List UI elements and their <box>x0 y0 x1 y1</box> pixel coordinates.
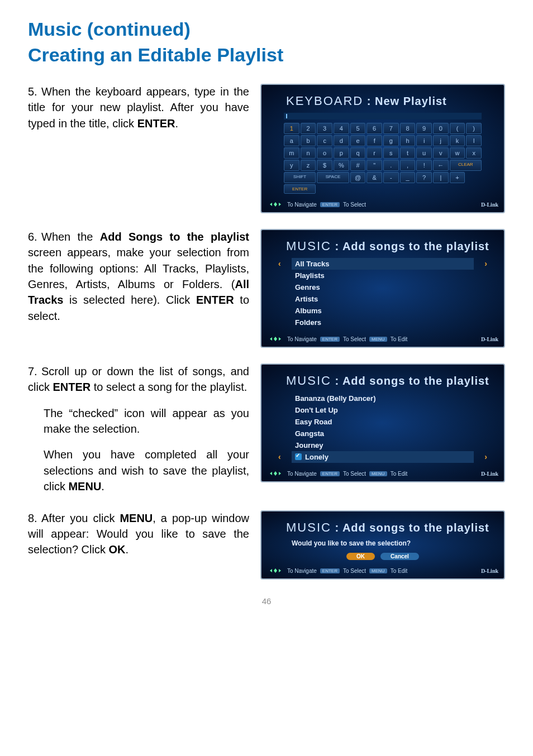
keyboard-key[interactable]: % <box>334 160 349 171</box>
keyboard-key[interactable]: - <box>383 172 399 183</box>
svg-marker-13 <box>279 569 281 572</box>
keyboard-key[interactable]: a <box>284 135 299 146</box>
keyboard-key[interactable]: | <box>433 172 449 183</box>
keyboard-key[interactable]: . <box>383 160 399 171</box>
keyboard-key[interactable]: $ <box>317 160 332 171</box>
keyboard-key[interactable]: 7 <box>383 123 399 134</box>
keyboard-key[interactable]: p <box>334 147 349 159</box>
keyboard-key[interactable]: ! <box>416 160 432 171</box>
keyboard-key[interactable]: & <box>367 172 382 183</box>
keyboard-key[interactable]: q <box>350 147 366 159</box>
keyboard-key[interactable]: 0 <box>433 123 449 134</box>
keyboard-key[interactable]: l <box>466 135 482 146</box>
keyboard-key[interactable]: ) <box>466 123 482 134</box>
keyboard-key[interactable]: m <box>284 147 299 159</box>
keyboard-key[interactable]: e <box>350 135 366 146</box>
list-item[interactable]: Genres <box>292 281 474 293</box>
list-item[interactable]: Journey <box>292 439 474 451</box>
heading-line-2: Creating an Editable Playlist <box>28 42 505 68</box>
keyboard-key[interactable]: g <box>383 135 399 146</box>
keyboard-input-field[interactable] <box>284 113 482 119</box>
keyboard-key[interactable]: + <box>450 172 465 183</box>
keyboard-key[interactable]: x <box>466 147 482 159</box>
keyboard-key[interactable]: j <box>433 135 449 146</box>
keyboard-key[interactable]: z <box>301 160 316 171</box>
keyboard-key[interactable]: , <box>400 160 416 171</box>
keyboard-key[interactable]: n <box>301 147 316 159</box>
keyboard-key[interactable]: # <box>350 160 366 171</box>
cancel-button[interactable]: Cancel <box>380 553 419 560</box>
list-item[interactable]: Gangsta <box>292 428 474 439</box>
keyboard-hintbar: To Navigate ENTER To Select D-Link <box>267 199 498 208</box>
keyboard-key[interactable]: d <box>334 135 349 146</box>
keyboard-key[interactable]: ← <box>433 160 449 171</box>
screenshot-add-songs-tracks: MUSIC : Add songs to the playlist Bananz… <box>260 363 505 482</box>
nav-arrows-icon <box>267 471 284 476</box>
svg-marker-15 <box>274 571 277 573</box>
keyboard-key[interactable]: k <box>450 135 465 146</box>
svg-marker-7 <box>274 339 277 341</box>
list-item[interactable]: All Tracks <box>292 258 474 270</box>
brand-label: D-Link <box>481 471 498 477</box>
keyboard-key[interactable]: @ <box>350 172 366 183</box>
keyboard-key[interactable]: h <box>400 135 416 146</box>
enter-key-icon: ENTER <box>320 202 340 207</box>
step-6-number: 6. <box>28 229 41 245</box>
svg-marker-11 <box>274 473 277 476</box>
keyboard-key[interactable]: ( <box>450 123 465 134</box>
keyboard-key[interactable]: 2 <box>301 123 316 134</box>
keyboard-key[interactable]: SHIFT <box>284 172 316 183</box>
keyboard-key[interactable]: 5 <box>350 123 366 134</box>
list-item[interactable]: Bananza (Belly Dancer) <box>292 393 474 404</box>
list-item[interactable]: Lonely <box>292 451 474 463</box>
step-7-number: 7. <box>28 363 41 379</box>
keyboard-key[interactable]: s <box>383 147 399 159</box>
keyboard-key[interactable]: v <box>433 147 449 159</box>
keyboard-key[interactable]: CLEAR <box>450 160 482 171</box>
keyboard-key[interactable]: c <box>317 135 332 146</box>
keyboard-key[interactable]: b <box>301 135 316 146</box>
keyboard-key[interactable]: ? <box>416 172 432 183</box>
ok-button[interactable]: OK <box>346 553 375 560</box>
keyboard-key[interactable]: 8 <box>400 123 416 134</box>
nav-arrows-icon <box>267 336 284 342</box>
heading-line-1: Music (continued) <box>28 17 505 42</box>
keyboard-key[interactable]: " <box>367 160 382 171</box>
svg-marker-9 <box>279 472 281 475</box>
svg-marker-10 <box>274 471 277 473</box>
nav-arrows-icon <box>267 568 284 573</box>
addsongs-cat-hintbar: To Navigate ENTER To Select MENU To Edit… <box>267 334 498 342</box>
keyboard-key[interactable]: r <box>367 147 382 159</box>
screenshot-keyboard: KEYBOARD : New Playlist 1234567890()abcd… <box>260 84 505 213</box>
keyboard-key[interactable]: 4 <box>334 123 349 134</box>
keyboard-key[interactable]: t <box>400 147 416 159</box>
save-dialog-body: Would you like to save the selection? OK… <box>292 539 474 560</box>
keyboard-key[interactable]: 9 <box>416 123 432 134</box>
step-8: 8.After you click MENU, a pop-up window … <box>28 510 249 558</box>
list-item[interactable]: Albums <box>292 305 474 317</box>
keyboard-key[interactable]: y <box>284 160 299 171</box>
keyboard-key[interactable]: _ <box>400 172 416 183</box>
svg-marker-14 <box>274 568 277 571</box>
keyboard-key[interactable]: o <box>317 147 332 159</box>
step-7: 7.Scroll up or down the list of songs, a… <box>28 363 249 495</box>
keyboard-key[interactable]: SPACE <box>317 172 349 183</box>
brand-label: D-Link <box>481 568 498 574</box>
keyboard-key[interactable]: i <box>416 135 432 146</box>
keyboard-key[interactable]: u <box>416 147 432 159</box>
save-dialog-prompt: Would you like to save the selection? <box>292 539 474 547</box>
list-item[interactable]: Artists <box>292 293 474 305</box>
keyboard-key[interactable]: 1 <box>284 123 299 134</box>
list-item[interactable]: Playlists <box>292 270 474 281</box>
keyboard-key[interactable]: w <box>450 147 465 159</box>
list-item[interactable]: Don't Let Up <box>292 404 474 416</box>
save-dialog-title: MUSIC : Add songs to the playlist <box>286 520 498 535</box>
list-item[interactable]: Easy Road <box>292 416 474 428</box>
addsongs-tracks-hintbar: To Navigate ENTER To Select MENU To Edit… <box>267 468 498 477</box>
keyboard-key[interactable]: f <box>367 135 382 146</box>
keyboard-key[interactable]: 3 <box>317 123 332 134</box>
list-item[interactable]: Folders <box>292 317 474 328</box>
keyboard-key[interactable]: ENTER <box>284 184 316 194</box>
svg-marker-5 <box>279 337 281 341</box>
keyboard-key[interactable]: 6 <box>367 123 382 134</box>
